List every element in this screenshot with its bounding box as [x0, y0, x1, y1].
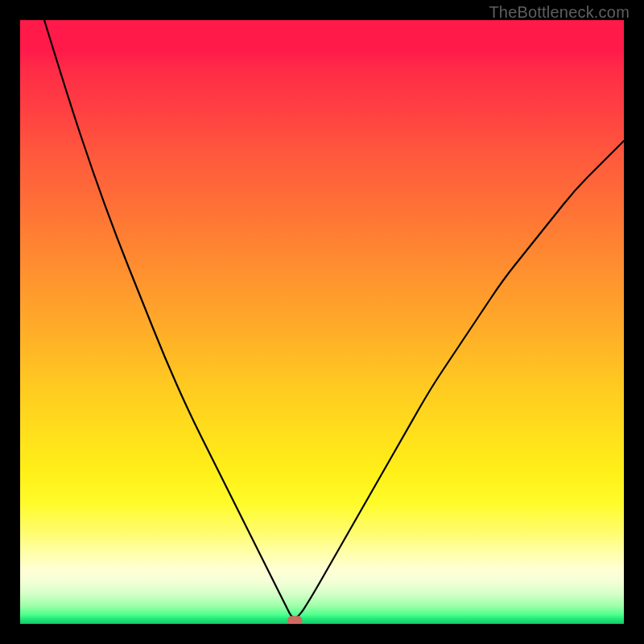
- bottleneck-curve-line: [44, 20, 624, 618]
- chart-plot-area: [20, 20, 624, 624]
- watermark-text: TheBottleneck.com: [489, 3, 630, 22]
- chart-svg: [20, 20, 624, 624]
- optimal-point-marker: [287, 616, 302, 624]
